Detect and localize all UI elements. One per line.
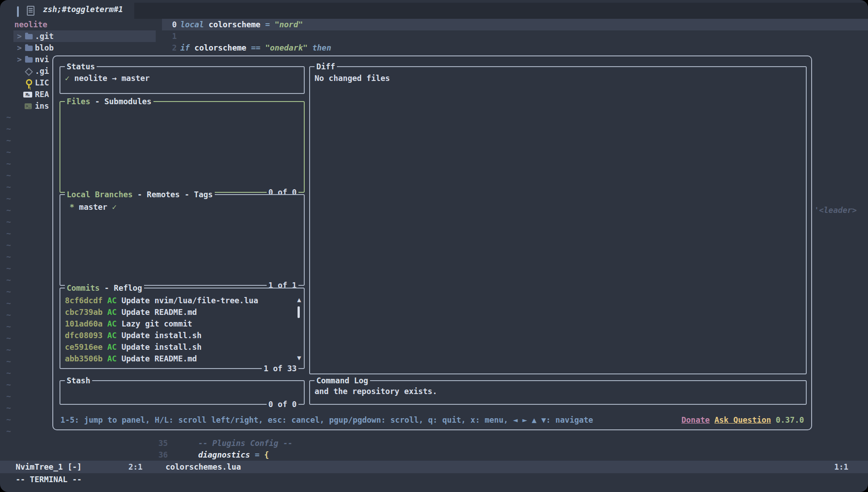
commit-row[interactable]: cbc739ab AC Update README.md [65,306,197,318]
stash-count: 0 of 0 [267,399,298,410]
tree-item-git[interactable]: > .git [0,30,161,42]
tree-item-label: LIC [35,77,49,89]
ask-question-link[interactable]: Ask Question [715,416,771,424]
statusline: NvimTree_1 [-] 2:1 colorschemes.lua 1:1 [0,461,868,473]
commit-message: Lazy git commit [121,319,192,328]
folder-icon [25,46,33,51]
command-log-panel[interactable]: Command Log and the repository exists. [309,380,807,405]
branch-row[interactable]: * master ✓ [65,201,299,213]
gitignore-icon [25,68,33,76]
tree-item-blob[interactable]: > blob [0,42,161,54]
files-panel[interactable]: Files - Submodules 0 of 0 [60,101,305,193]
stash-panel-title: Stash [65,375,92,386]
chevron-right-icon[interactable]: > [17,30,22,42]
branches-tab-rest[interactable]: - Remotes - Tags [133,190,213,199]
file-icon [27,6,34,16]
files-tab-active[interactable]: Files [67,97,90,106]
terminal-window: zsh;#toggleterm#1 × neolite > .git > blo… [0,0,868,492]
commits-tab-rest[interactable]: - Reflog [100,284,142,293]
folder-icon [25,57,33,63]
terminal-file-icon: >_ [25,103,32,109]
branch-marker: * [65,203,79,212]
branches-panel-title: Local Branches - Remotes - Tags [65,189,215,200]
folder-icon [25,34,33,39]
code-line-0: local colorscheme = "nord" [180,19,303,30]
tree-item-label: ins [35,100,49,112]
check-icon: ✓ [107,203,117,212]
commit-hash: ce5916ee [65,343,102,352]
commits-panel-title: Commits - Reflog [65,282,144,294]
commits-panel[interactable]: Commits - Reflog 8cf6dcdf AC Update nvim… [60,288,305,369]
chevron-right-icon[interactable]: > [17,54,22,65]
commit-author-tag: AC [102,296,121,305]
commit-row[interactable]: 8cf6dcdf AC Update nvim/lua/file-tree.lu… [65,295,258,306]
code-line-36: diagnostics = { [198,449,269,461]
commit-hash: dfc08093 [65,331,102,340]
commit-author-tag: AC [102,331,121,340]
commit-row[interactable]: dfc08093 AC Update install.sh [65,330,202,341]
commit-author-tag: AC [102,354,121,363]
operator-token: = [260,20,275,29]
key-icon [26,79,32,85]
code-line-2: if colorscheme == "onedark" then [180,42,331,54]
close-icon[interactable]: × [111,4,116,15]
code-line-35: -- Plugins Config -- [198,437,293,449]
comment-token: -- Plugins Config -- [198,439,293,448]
lazygit-links: Donate Ask Question 0.37.0 [681,414,804,426]
commit-message: Update README.md [121,308,197,317]
commit-author-tag: AC [102,308,121,317]
check-icon: ✓ [65,74,70,83]
statusline-buffer-name: NvimTree_1 [-] [16,461,82,473]
commits-count: 1 of 33 [262,363,298,374]
lazygit-float: Status ✓ neolite → master Files - Submod… [52,55,812,430]
files-tab-rest[interactable]: - Submodules [90,97,152,106]
status-panel[interactable]: Status ✓ neolite → master [60,66,305,94]
markdown-icon: M↓ [23,92,32,98]
scroll-down-icon[interactable]: ▼ [297,352,301,364]
scrollbar-thumb[interactable] [298,306,300,318]
line-number: 1 [159,30,177,42]
commit-hash: cbc739ab [65,308,102,317]
keyword-token: if [180,43,190,52]
identifier-token: diagnostics [198,450,250,459]
tree-item-label: blob [35,42,54,54]
branches-tab-active[interactable]: Local Branches [67,190,133,199]
diff-text: No changed files [315,72,801,84]
command-log-text: and the repository exists. [315,386,801,397]
line-number: 2 [159,42,177,54]
files-panel-title: Files - Submodules [65,96,153,107]
keyword-token: local [180,20,204,29]
mode-indicator: -- TERMINAL -- [16,474,82,485]
commit-row[interactable]: 101ad60a AC Lazy git commit [65,318,192,330]
commit-hash: abb3506b [65,354,102,363]
brace-token: { [264,450,269,459]
status-line: ✓ neolite → master [65,72,299,84]
commit-message: Update install.sh [121,343,201,352]
tab-active-indicator [17,6,19,17]
leader-key-hint: '<leader> [814,204,857,216]
commit-row[interactable]: ce5916ee AC Update install.sh [65,341,202,353]
status-text: neolite → master [70,74,150,83]
diff-panel[interactable]: Diff No changed files [309,66,807,374]
tree-root[interactable]: neolite [0,19,161,30]
tilde-column: ~ ~ ~ ~ ~ ~ ~ ~ ~ ~ ~ ~ ~ ~ ~ ~ ~ ~ ~ ~ … [6,111,11,437]
donate-link[interactable]: Donate [681,416,710,424]
operator-token: == [247,43,265,52]
commits-tab-active[interactable]: Commits [67,284,100,293]
tree-item-label: .gi [35,65,49,77]
operator-token: = [250,450,264,459]
diff-panel-title: Diff [315,61,337,72]
line-number: 36 [150,449,168,461]
branches-panel[interactable]: Local Branches - Remotes - Tags * master… [60,194,305,286]
scroll-up-icon[interactable]: ▲ [297,294,301,305]
chevron-right-icon[interactable]: > [17,42,22,54]
line-number: 35 [150,437,168,449]
string-token: "nord" [275,20,303,29]
tree-item-label: nvi [35,54,49,65]
command-log-title: Command Log [315,375,370,386]
tabline-fill [134,3,868,19]
commit-message: Update install.sh [121,331,201,340]
stash-panel[interactable]: Stash 0 of 0 [60,380,305,405]
commit-hash: 101ad60a [65,319,102,328]
commit-row[interactable]: abb3506b AC Update README.md [65,353,197,365]
